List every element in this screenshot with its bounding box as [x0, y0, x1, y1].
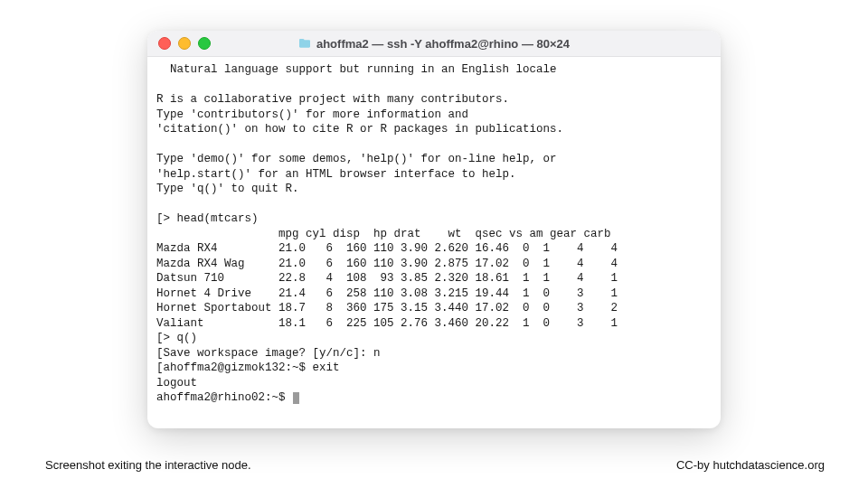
intro-line: Type 'demo()' for some demos, 'help()' f… [156, 153, 557, 165]
traffic-lights [158, 37, 211, 50]
table-row: Mazda RX4 21.0 6 160 110 3.90 2.620 16.4… [156, 242, 618, 255]
table-header: mpg cyl disp hp drat wt qsec vs am gear … [156, 228, 611, 240]
logout-line: logout [156, 377, 197, 389]
intro-line: Type 'q()' to quit R. [156, 183, 299, 195]
shell-exit-line: [ahoffma2@gizmok132:~$ exit [156, 361, 340, 374]
caption-right: CC-by hutchdatascience.org [676, 458, 825, 472]
terminal-window: ahoffma2 — ssh -Y ahoffma2@rhino — 80×24… [147, 31, 721, 428]
minimize-icon[interactable] [178, 37, 191, 50]
intro-line: Type 'contributors()' for more informati… [156, 108, 468, 121]
table-row: Hornet Sportabout 18.7 8 360 175 3.15 3.… [156, 302, 618, 314]
intro-line: 'help.start()' for an HTML browser inter… [156, 168, 516, 181]
zoom-icon[interactable] [198, 37, 211, 50]
table-row: Datsun 710 22.8 4 108 93 3.85 2.320 18.6… [156, 272, 618, 285]
window-title: ahoffma2 — ssh -Y ahoffma2@rhino — 80×24 [316, 37, 570, 51]
r-command-quit: [> q() [156, 332, 197, 344]
titlebar: ahoffma2 — ssh -Y ahoffma2@rhino — 80×24 [147, 31, 721, 57]
terminal-body[interactable]: Natural language support but running in … [147, 57, 721, 428]
intro-line: 'citation()' on how to cite R or R packa… [156, 123, 563, 136]
table-row: Mazda RX4 Wag 21.0 6 160 110 3.90 2.875 … [156, 258, 618, 270]
close-icon[interactable] [158, 37, 171, 50]
table-row: Hornet 4 Drive 21.4 6 258 110 3.08 3.215… [156, 287, 618, 300]
cursor-icon [293, 392, 299, 404]
shell-prompt: ahoffma2@rhino02:~$ [156, 391, 292, 404]
save-workspace-prompt: [Save workspace image? [y/n/c]: n [156, 347, 381, 360]
table-row: Valiant 18.1 6 225 105 2.76 3.460 20.22 … [156, 317, 618, 330]
caption-left: Screenshot exiting the interactive node. [45, 458, 251, 472]
intro-line: Natural language support but running in … [156, 63, 557, 76]
r-command-head: [> head(mtcars) [156, 212, 259, 225]
window-title-group: ahoffma2 — ssh -Y ahoffma2@rhino — 80×24 [147, 37, 721, 51]
folder-icon [298, 38, 311, 49]
intro-line: R is a collaborative project with many c… [156, 93, 509, 106]
